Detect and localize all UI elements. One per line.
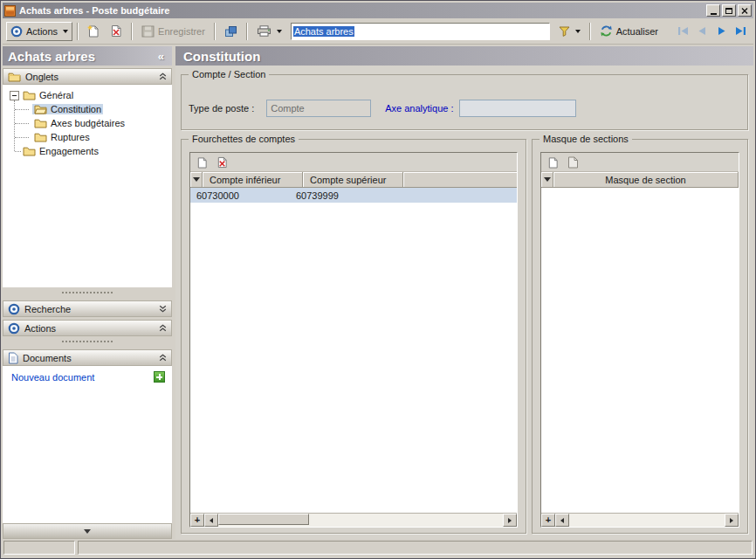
main-toolbar: Actions Enregistrer: [3, 18, 753, 45]
new-document-button[interactable]: [83, 22, 104, 41]
scroll-right-button[interactable]: [725, 514, 739, 527]
section-actions[interactable]: Actions: [3, 320, 172, 336]
folder-icon: [34, 118, 47, 128]
cell-compte-superieur[interactable]: 60739999: [296, 190, 395, 201]
folder-icon: [23, 90, 36, 100]
page-icon: [567, 156, 579, 169]
section-actions-label: Actions: [24, 323, 155, 334]
scroll-right-button[interactable]: [503, 514, 517, 527]
add-row-button[interactable]: +: [190, 514, 204, 527]
delete-row-icon: [216, 156, 228, 169]
chevron-down-icon: [575, 30, 581, 33]
scrollbar-track[interactable]: [218, 514, 503, 527]
tree-item-constitution[interactable]: Constitution: [3, 102, 172, 116]
grid-new-button[interactable]: [194, 155, 210, 170]
chevron-down-icon: [277, 30, 282, 33]
actions-target-icon: [10, 25, 23, 38]
row-selector-header[interactable]: [541, 172, 553, 187]
add-row-button[interactable]: +: [541, 514, 555, 527]
maximize-button[interactable]: [722, 4, 736, 17]
scroll-left-button[interactable]: [204, 514, 218, 527]
compte-section-legend: Compte / Section: [189, 69, 269, 80]
toolbar-separator: [77, 23, 79, 40]
onglets-tree: Général Constitution Axes: [3, 85, 172, 287]
tree-item-general[interactable]: Général: [3, 88, 172, 102]
fourchettes-grid-toolbar: [190, 153, 517, 172]
open-folder-icon: [34, 104, 47, 114]
previous-record-button[interactable]: [692, 22, 711, 41]
refresh-icon: [600, 24, 613, 38]
print-button[interactable]: [252, 22, 286, 41]
triangle-right-icon: [730, 518, 733, 523]
cell-compte-inferieur[interactable]: 60730000: [196, 190, 296, 201]
new-row-icon: [196, 156, 208, 169]
masque-grid-body: [541, 188, 739, 513]
type-de-poste-label: Type de poste :: [189, 103, 254, 114]
save-icon: [141, 25, 155, 38]
chevron-up-icon: [159, 324, 167, 332]
delete-button[interactable]: [106, 22, 127, 41]
page-title: Constitution: [183, 49, 260, 64]
window-body: Achats arbres « Onglets Général: [3, 45, 753, 539]
documents-icon: [8, 352, 18, 364]
printer-icon: [257, 25, 271, 37]
grid-delete-button[interactable]: [214, 155, 230, 170]
scrollbar-thumb[interactable]: [218, 514, 309, 525]
record-navigation: [673, 22, 750, 41]
column-header-masque-de-section[interactable]: Masque de section: [553, 172, 739, 187]
record-name-input[interactable]: Achats arbres: [291, 23, 550, 40]
previous-record-icon: [697, 26, 708, 36]
triangle-left-icon: [560, 518, 564, 523]
last-record-button[interactable]: [731, 22, 750, 41]
status-cell-main: [78, 541, 753, 555]
masque-groupbox: Masque de sections: [532, 139, 748, 534]
layers-button[interactable]: [220, 22, 242, 41]
refresh-button[interactable]: Actualiser: [595, 22, 663, 41]
axe-analytique-label: Axe analytique :: [385, 103, 453, 114]
content-header: Constitution: [175, 46, 753, 66]
minimize-button[interactable]: [706, 4, 720, 17]
fourchettes-grid: Compte inférieur Compte supérieur 607300…: [189, 152, 518, 528]
tree-item-engagements[interactable]: Engagements: [3, 144, 172, 158]
fourchettes-hscrollbar: +: [190, 513, 517, 527]
grid-new-button[interactable]: [545, 155, 560, 170]
status-bar: [3, 539, 753, 556]
new-document-link[interactable]: Nouveau document: [11, 372, 154, 383]
tree-item-ruptures[interactable]: Ruptures: [3, 130, 172, 144]
tree-selection: Constitution: [32, 104, 103, 114]
sidebar-collapse-button[interactable]: «: [155, 50, 167, 63]
fourchettes-grid-body: 60730000 60739999: [190, 188, 517, 513]
toolbar-separator: [589, 23, 591, 40]
table-row[interactable]: 60730000 60739999: [190, 188, 517, 203]
chevron-down-icon: [63, 30, 68, 33]
actions-menu-button[interactable]: Actions: [6, 22, 72, 41]
filter-button[interactable]: [554, 22, 585, 41]
save-button: Enregistrer: [137, 22, 210, 41]
layers-icon: [224, 25, 237, 38]
triangle-right-icon: [508, 518, 512, 523]
scroll-left-button[interactable]: [555, 514, 569, 527]
add-document-button[interactable]: [154, 371, 165, 383]
tree-item-axes-budgetaires[interactable]: Axes budgétaires: [3, 116, 172, 130]
sidebar-bottom-bar[interactable]: [3, 523, 172, 539]
chevron-up-icon: [159, 354, 167, 362]
sidebar-header: Achats arbres «: [3, 46, 172, 66]
section-documents[interactable]: Documents: [3, 349, 172, 366]
next-record-button[interactable]: [711, 22, 731, 41]
tree-collapse-icon[interactable]: [10, 91, 19, 100]
section-recherche[interactable]: Recherche: [3, 300, 172, 317]
grid-page-button[interactable]: [565, 155, 581, 170]
row-selector-header[interactable]: [190, 172, 203, 187]
column-header-compte-inferieur[interactable]: Compte inférieur: [203, 172, 303, 187]
fourchettes-grid-header: Compte inférieur Compte supérieur: [190, 172, 517, 188]
window-title: Achats arbres - Poste budgétaire: [19, 5, 703, 16]
folder-icon: [8, 72, 21, 82]
column-header-filler: [403, 172, 517, 187]
close-button[interactable]: [738, 4, 752, 17]
column-header-compte-superieur[interactable]: Compte supérieur: [303, 172, 403, 187]
scrollbar-track[interactable]: [569, 514, 725, 527]
toolbar-separator: [131, 23, 133, 40]
first-record-button[interactable]: [673, 22, 692, 41]
compte-section-groupbox: Compte / Section Type de poste : Compte …: [181, 74, 748, 130]
section-onglets[interactable]: Onglets: [3, 68, 172, 85]
